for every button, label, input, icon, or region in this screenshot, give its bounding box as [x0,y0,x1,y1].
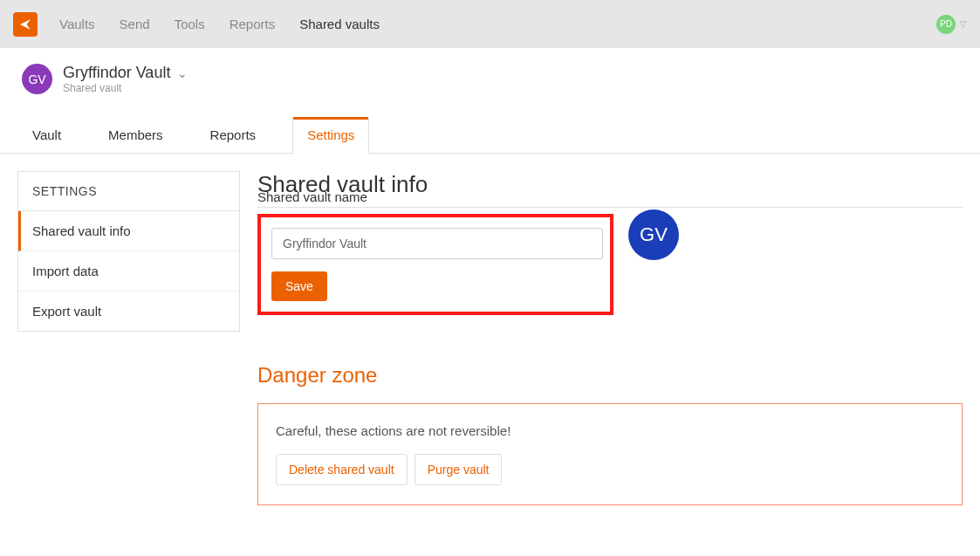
nav-reports[interactable]: Reports [230,17,276,31]
sidebar-heading: SETTINGS [18,172,239,211]
nav-shared-vaults[interactable]: Shared vaults [299,17,380,31]
user-menu[interactable]: PD ▽ [936,15,967,34]
danger-buttons: Delete shared vault Purge vault [276,454,944,485]
danger-warning: Careful, these actions are not reversibl… [276,423,944,438]
vault-avatar: GV [22,64,52,94]
sidebar-item-export-vault[interactable]: Export vault [18,292,239,331]
danger-zone-title: Danger zone [257,363,963,388]
vault-avatar-large[interactable]: GV [628,209,679,260]
purge-vault-button[interactable]: Purge vault [415,454,503,485]
vault-name-label: Shared vault name [257,189,963,204]
danger-zone: Careful, these actions are not reversibl… [257,403,963,505]
app-logo[interactable] [13,12,38,37]
tab-reports[interactable]: Reports [200,119,267,153]
form-area: GV Shared vault name Save [257,218,963,315]
nav-send[interactable]: Send [120,17,150,31]
sidebar-item-import-data[interactable]: Import data [18,251,239,292]
chevron-down-icon: ▽ [960,19,967,29]
delete-shared-vault-button[interactable]: Delete shared vault [276,454,408,485]
logo-icon [17,17,33,32]
tab-vault[interactable]: Vault [22,119,72,153]
nav-vaults[interactable]: Vaults [59,17,95,31]
sidebar-item-shared-vault-info[interactable]: Shared vault info [18,211,239,251]
top-bar: Vaults Send Tools Reports Shared vaults … [0,0,980,48]
highlight-box: Save [257,214,613,315]
vault-subtitle: Shared vault [63,82,188,94]
vault-name-input[interactable] [271,228,603,259]
page-header: GV Gryffindor Vault ⌄ Shared vault [0,48,980,94]
vault-title-row[interactable]: Gryffindor Vault ⌄ [63,64,188,82]
vault-title: Gryffindor Vault [63,64,170,82]
tab-bar: Vault Members Reports Settings [0,119,980,154]
top-nav: Vaults Send Tools Reports Shared vaults [59,17,936,31]
main-panel: Shared vault info GV Shared vault name S… [257,171,963,505]
tab-members[interactable]: Members [98,119,174,153]
chevron-down-icon: ⌄ [177,66,188,80]
user-avatar: PD [936,15,956,34]
vault-header: GV Gryffindor Vault ⌄ Shared vault [22,64,958,94]
content: SETTINGS Shared vault info Import data E… [0,154,980,523]
save-button[interactable]: Save [271,271,327,301]
tab-settings[interactable]: Settings [292,119,369,154]
nav-tools[interactable]: Tools [175,17,205,31]
settings-sidebar: SETTINGS Shared vault info Import data E… [17,171,240,332]
